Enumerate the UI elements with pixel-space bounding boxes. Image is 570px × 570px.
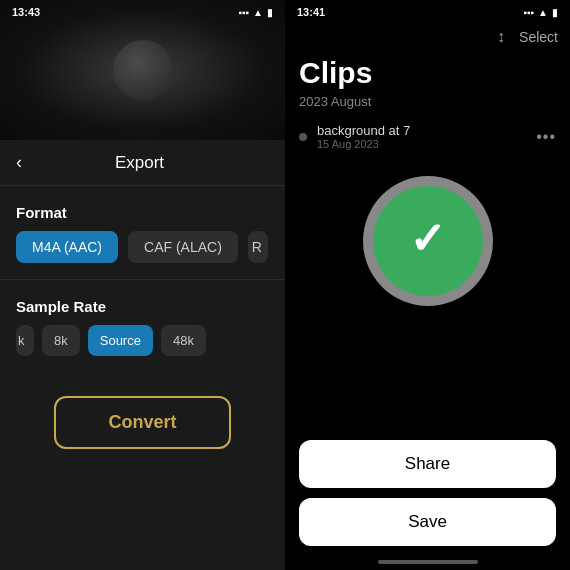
- time-right: 13:41: [297, 6, 325, 18]
- home-indicator: [378, 560, 478, 564]
- sort-icon[interactable]: ↕: [497, 28, 505, 46]
- right-toolbar: ↕ Select: [285, 24, 570, 52]
- format-label: Format: [0, 186, 285, 231]
- status-bar-left: 13:43 ▪▪▪ ▲ ▮: [0, 0, 285, 24]
- right-bottom-actions: Share Save: [285, 440, 570, 546]
- save-button[interactable]: Save: [299, 498, 556, 546]
- rate-partial-left: k: [16, 325, 34, 356]
- share-button[interactable]: Share: [299, 440, 556, 488]
- left-panel: 13:43 ▪▪▪ ▲ ▮ ‹ Export Format M4A (AAC) …: [0, 0, 285, 570]
- time-left: 13:43: [12, 6, 40, 18]
- right-panel: 13:41 ▪▪▪ ▲ ▮ ↕ Select Clips 2023 August…: [285, 0, 570, 570]
- rate-8k-button[interactable]: 8k: [42, 325, 80, 356]
- format-more-clipped: R: [248, 231, 268, 263]
- export-title: Export: [34, 153, 245, 173]
- clip-row[interactable]: background at 7 15 Aug 2023 •••: [285, 117, 570, 156]
- export-header: ‹ Export: [0, 140, 285, 186]
- status-icons-left: ▪▪▪ ▲ ▮: [238, 7, 273, 18]
- background-orb: [113, 40, 173, 100]
- success-circle-outer: ✓: [363, 176, 493, 306]
- sample-rate-label: Sample Rate: [0, 280, 285, 325]
- wifi-icon: ▲: [253, 7, 263, 18]
- rate-source-button[interactable]: Source: [88, 325, 153, 356]
- clip-info: background at 7 15 Aug 2023: [317, 123, 536, 150]
- select-button[interactable]: Select: [519, 29, 558, 45]
- success-circle-inner: ✓: [373, 186, 483, 296]
- battery-icon: ▮: [267, 7, 273, 18]
- signal-icon: ▪▪▪: [238, 7, 249, 18]
- status-icons-right: ▪▪▪ ▲ ▮: [523, 7, 558, 18]
- convert-button[interactable]: Convert: [54, 396, 230, 449]
- wifi-icon-right: ▲: [538, 7, 548, 18]
- clips-title: Clips: [285, 52, 570, 92]
- status-bar-right: 13:41 ▪▪▪ ▲ ▮: [285, 0, 570, 24]
- rate-48k-button[interactable]: 48k: [161, 325, 206, 356]
- success-overlay: ✓: [285, 156, 570, 316]
- clip-name: background at 7: [317, 123, 536, 138]
- battery-icon-right: ▮: [552, 7, 558, 18]
- back-button[interactable]: ‹: [16, 152, 22, 173]
- convert-area: Convert: [0, 376, 285, 469]
- format-m4a-button[interactable]: M4A (AAC): [16, 231, 118, 263]
- signal-icon-right: ▪▪▪: [523, 7, 534, 18]
- checkmark-icon: ✓: [409, 217, 446, 261]
- clip-date: 15 Aug 2023: [317, 138, 536, 150]
- clip-dot: [299, 133, 307, 141]
- clip-menu-button[interactable]: •••: [536, 128, 556, 146]
- sample-rate-buttons-row: k 8k Source 48k: [0, 325, 285, 376]
- format-buttons-row: M4A (AAC) CAF (ALAC) R: [0, 231, 285, 279]
- format-caf-button[interactable]: CAF (ALAC): [128, 231, 238, 263]
- clips-month: 2023 August: [285, 92, 570, 117]
